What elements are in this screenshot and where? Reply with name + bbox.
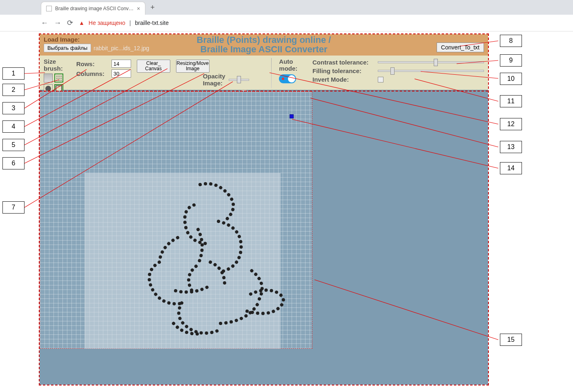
toolbar: Size brush: Rows: Columns: Clear_ Canvas <box>40 56 488 91</box>
forward-icon[interactable]: → <box>54 19 61 27</box>
columns-input[interactable] <box>111 69 131 78</box>
callout-8: 8 <box>500 35 522 47</box>
url-text: braille-txt.site <box>135 20 169 26</box>
address-bar: ← → ⟳ ▲ Не защищено | braille-txt.site <box>0 15 573 31</box>
callout-14: 14 <box>500 162 522 174</box>
close-tab-icon[interactable]: × <box>137 5 140 12</box>
app-header: Load Image: Выбрать файлы rabbit_pic...i… <box>40 34 488 56</box>
load-image-block: Load Image: Выбрать файлы rabbit_pic...i… <box>44 36 149 52</box>
callout-1: 1 <box>2 67 25 80</box>
rows-label: Rows: <box>76 60 108 67</box>
callout-7: 7 <box>2 201 25 214</box>
callout-12: 12 <box>500 118 522 130</box>
size-brush-label: Size brush: <box>44 58 71 72</box>
filling-tolerance-slider[interactable] <box>378 70 484 72</box>
choose-file-button[interactable]: Выбрать файлы <box>44 44 91 52</box>
browser-tab[interactable]: Braille drawing image ASCII Conv… × <box>41 2 145 15</box>
new-tab-button[interactable]: + <box>150 3 155 12</box>
convert-to-txt-button[interactable]: Convert_To_txt <box>437 42 484 52</box>
resize-move-image-button[interactable]: Resizing/Move Image <box>176 60 210 73</box>
auto-mode-toggle[interactable] <box>279 74 296 83</box>
reload-icon[interactable]: ⟳ <box>67 18 73 27</box>
separator: | <box>129 20 131 26</box>
rows-input[interactable] <box>111 60 131 68</box>
callout-5: 5 <box>2 139 25 151</box>
rows-cols-block: Rows: Columns: <box>76 60 131 78</box>
chosen-file-name: rabbit_pic...ids_12.jpg <box>94 45 149 51</box>
filling-tolerance-label: Filling tolerance: <box>312 67 374 74</box>
tab-title: Braille drawing image ASCII Conv… <box>55 6 134 11</box>
toolbar-separator <box>271 58 272 88</box>
contrast-tolerance-label: Contrast tolerance: <box>312 59 374 66</box>
brush-dots-icon[interactable] <box>54 74 63 82</box>
callout-13: 13 <box>500 141 522 153</box>
opacity-image-label: Opacity Image: <box>203 73 225 87</box>
callout-4: 4 <box>2 120 25 133</box>
tolerance-block: Contrast tolerance: Filling tolerance: I… <box>312 59 484 83</box>
tab-bar: Braille drawing image ASCII Conv… × + <box>0 0 573 15</box>
canvas-area[interactable] <box>40 91 488 385</box>
size-brush-block: Size brush: <box>44 58 71 93</box>
brush-solid-icon[interactable] <box>44 74 53 82</box>
file-row: Выбрать файлы rabbit_pic...ids_12.jpg <box>44 44 149 52</box>
load-image-label: Load Image: <box>44 36 149 43</box>
app-frame: Load Image: Выбрать файлы rabbit_pic...i… <box>39 33 489 385</box>
warning-icon: ▲ <box>79 20 85 26</box>
callout-15: 15 <box>500 334 522 346</box>
callout-6: 6 <box>2 157 25 169</box>
callout-9: 9 <box>500 54 522 67</box>
callout-11: 11 <box>500 95 522 107</box>
callout-3: 3 <box>2 102 25 114</box>
invert-mode-label: Invert Mode: <box>312 76 374 83</box>
url-box[interactable]: ▲ Не защищено | braille-txt.site <box>79 20 169 26</box>
callout-10: 10 <box>500 73 522 85</box>
security-warning-text: Не защищено <box>89 20 125 26</box>
braille-dots-rabbit <box>116 176 292 348</box>
page-icon <box>46 6 52 11</box>
columns-label: Columns: <box>76 70 108 77</box>
invert-mode-checkbox[interactable] <box>378 77 383 82</box>
auto-mode-block: Auto mode: <box>279 58 307 83</box>
clear-canvas-button[interactable]: Clear_ Canvas <box>137 60 170 73</box>
contrast-tolerance-slider[interactable] <box>378 61 484 63</box>
resize-handle[interactable] <box>290 114 294 118</box>
opacity-image-slider[interactable] <box>229 79 249 81</box>
back-icon[interactable]: ← <box>41 19 48 27</box>
callout-2: 2 <box>2 84 25 96</box>
browser-chrome: Braille drawing image ASCII Conv… × + ← … <box>0 0 573 31</box>
auto-mode-label: Auto mode: <box>279 58 307 72</box>
